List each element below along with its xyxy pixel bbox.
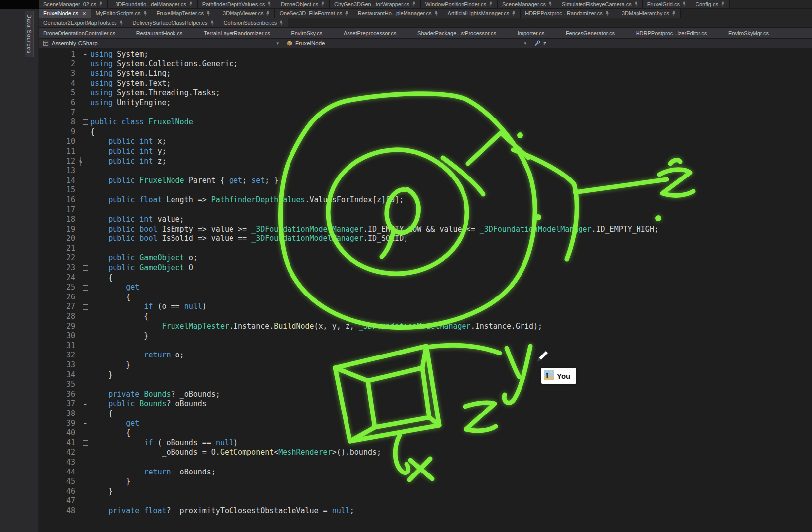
pin-icon[interactable]: [634, 1, 638, 7]
code-line[interactable]: 37− public Bounds? oBounds: [39, 399, 812, 409]
code-line[interactable]: 47: [39, 496, 812, 506]
editor-tab[interactable]: DroneOrientationController.cs: [39, 28, 119, 38]
fold-marker-icon[interactable]: −: [80, 263, 90, 273]
code-line[interactable]: 11 public int y;: [39, 147, 812, 157]
pin-icon[interactable]: [189, 1, 193, 7]
editor-tab[interactable]: Generator2ExportMapTools.cs: [39, 18, 128, 27]
editor-tab[interactable]: DeliverySurfaceClassHelper.cs: [128, 18, 219, 27]
pin-icon[interactable]: [143, 11, 147, 16]
fold-marker-icon[interactable]: −: [80, 283, 90, 293]
code-line[interactable]: 45 }: [39, 477, 812, 487]
code-line[interactable]: 21: [39, 244, 812, 254]
code-line[interactable]: 30 }: [39, 331, 812, 341]
editor-tab[interactable]: FruxelMapTester.cs: [152, 9, 215, 18]
code-line[interactable]: 31: [39, 341, 812, 351]
code-line[interactable]: 29 FruxelMapTester.Instance.BuildNode(x,…: [39, 322, 812, 332]
editor-tab[interactable]: DroneObject.cs: [276, 0, 330, 8]
editor-tab[interactable]: EnviroSkyMgr.cs: [724, 28, 773, 38]
project-dropdown[interactable]: Assembly-CSharp ▾: [39, 39, 283, 48]
pin-icon[interactable]: [434, 11, 438, 16]
code-line[interactable]: 7: [39, 108, 812, 118]
code-line[interactable]: 33 }: [39, 360, 812, 370]
code-line[interactable]: 4using System.Text;: [39, 79, 812, 89]
code-line[interactable]: 34 }: [39, 370, 812, 380]
code-line[interactable]: 35: [39, 380, 812, 390]
code-line[interactable]: 15: [39, 185, 812, 195]
pin-icon[interactable]: [512, 11, 516, 16]
editor-tab[interactable]: Importer.cs: [513, 28, 549, 38]
editor-tab[interactable]: RestaurantHook.cs: [132, 28, 187, 38]
code-line[interactable]: 6using UnityEngine;: [39, 98, 812, 108]
pin-icon[interactable]: [206, 11, 210, 16]
editor-tab[interactable]: OneSec3D_FileFormat.cs: [275, 9, 353, 18]
editor-tab[interactable]: HDRPPostproc...izerEditor.cs: [632, 28, 712, 38]
code-line[interactable]: 46 }: [39, 487, 812, 497]
code-line[interactable]: 8−public class FruxelNode: [39, 118, 812, 127]
code-line[interactable]: 3using System.Linq;: [39, 69, 812, 79]
editor-tab[interactable]: _3DFoundatio...delManager.cs: [108, 0, 198, 8]
close-icon[interactable]: ×: [82, 10, 86, 17]
editor-tab[interactable]: Config.cs: [691, 0, 730, 8]
code-line[interactable]: 48 private float? _proximityToClosestObs…: [39, 506, 812, 516]
code-line[interactable]: 24 {: [39, 273, 812, 283]
pin-icon[interactable]: [672, 11, 676, 16]
pin-icon[interactable]: [279, 20, 283, 26]
editor-tab[interactable]: FencesGenerator.cs: [561, 28, 619, 38]
type-dropdown[interactable]: FruxelNode ▾: [283, 39, 530, 48]
code-line[interactable]: 25− get: [39, 283, 812, 293]
code-line[interactable]: 39− get: [39, 419, 812, 429]
pin-icon[interactable]: [721, 1, 725, 7]
code-line[interactable]: 5using System.Threading.Tasks;: [39, 88, 812, 98]
code-line[interactable]: 10 public int x;: [39, 137, 812, 147]
fold-marker-icon[interactable]: −: [80, 50, 90, 59]
pin-icon[interactable]: [345, 11, 348, 16]
pin-icon[interactable]: [489, 1, 493, 7]
pin-icon[interactable]: [119, 20, 123, 26]
editor-tab[interactable]: HDRPPostproc...Randomizer.cs: [521, 9, 614, 18]
pin-icon[interactable]: [605, 11, 609, 16]
pin-icon[interactable]: [267, 1, 271, 7]
code-line[interactable]: 14 public FruxelNode Parent { get; set; …: [39, 176, 812, 186]
code-line[interactable]: 26 {: [39, 293, 812, 302]
code-line[interactable]: 2using System.Collections.Generic;: [39, 59, 812, 69]
pin-icon[interactable]: [210, 20, 214, 26]
code-line[interactable]: 40 {: [39, 428, 812, 438]
code-line[interactable]: 20 public bool IsSolid => value == _3DFo…: [39, 234, 812, 244]
editor-tab[interactable]: EnviroSky.cs: [287, 28, 327, 38]
code-line[interactable]: 18 public int value;: [39, 215, 812, 225]
code-line[interactable]: 38 {: [39, 409, 812, 419]
code-line[interactable]: 32 return o;: [39, 351, 812, 360]
editor-tab[interactable]: RestaurantHo...pleManager.cs: [353, 9, 443, 18]
code-line[interactable]: 27− if (o == null): [39, 302, 812, 312]
pin-icon[interactable]: [682, 1, 686, 7]
code-editor[interactable]: 1−using System;2using System.Collections…: [39, 48, 812, 532]
editor-tab[interactable]: TerrainLayerRandomizer.cs: [199, 28, 275, 38]
code-line[interactable]: 28 {: [39, 312, 812, 322]
code-line[interactable]: 42 _oBounds = O.GetComponent<MeshRendere…: [39, 448, 812, 458]
fold-marker-icon[interactable]: −: [80, 438, 90, 448]
editor-tab[interactable]: ArtificialLightsManager.cs: [443, 9, 521, 18]
data-sources-tab[interactable]: Data Sources: [25, 11, 34, 57]
member-dropdown[interactable]: z: [530, 39, 812, 48]
code-line[interactable]: 22 public GameObject o;: [39, 253, 812, 263]
editor-tab[interactable]: PathfinderDepthValues.cs: [198, 0, 276, 8]
code-line[interactable]: 16 public float Length => PathfinderDept…: [39, 195, 812, 205]
pin-icon[interactable]: [412, 1, 416, 7]
code-line[interactable]: 41− if (_oBounds == null): [39, 438, 812, 448]
code-line[interactable]: 36 private Bounds? _oBounds;: [39, 390, 812, 400]
fold-marker-icon[interactable]: −: [80, 399, 90, 409]
code-line[interactable]: 23− public GameObject O: [39, 263, 812, 273]
editor-tab[interactable]: CollisionSubscriber.cs: [219, 18, 289, 27]
fold-marker-icon[interactable]: −: [80, 118, 90, 127]
editor-tab[interactable]: MyEditorScripts.cs: [91, 9, 152, 18]
code-line[interactable]: 43: [39, 458, 812, 468]
pin-icon[interactable]: [321, 1, 325, 7]
editor-tab[interactable]: SceneManager.cs: [498, 0, 557, 8]
editor-tab[interactable]: _3DMapHierarchy.cs: [614, 9, 681, 18]
code-line[interactable]: 1−using System;: [39, 50, 812, 59]
editor-tab[interactable]: FruxelNode.cs×: [39, 9, 91, 18]
editor-tab[interactable]: CityGen3DGen...torWrapper.cs: [330, 0, 421, 8]
code-line[interactable]: 13: [39, 166, 812, 176]
code-line[interactable]: 12✎ public int z;: [39, 157, 812, 167]
editor-tab[interactable]: ShaderPackage...stProcessor.cs: [413, 28, 501, 38]
